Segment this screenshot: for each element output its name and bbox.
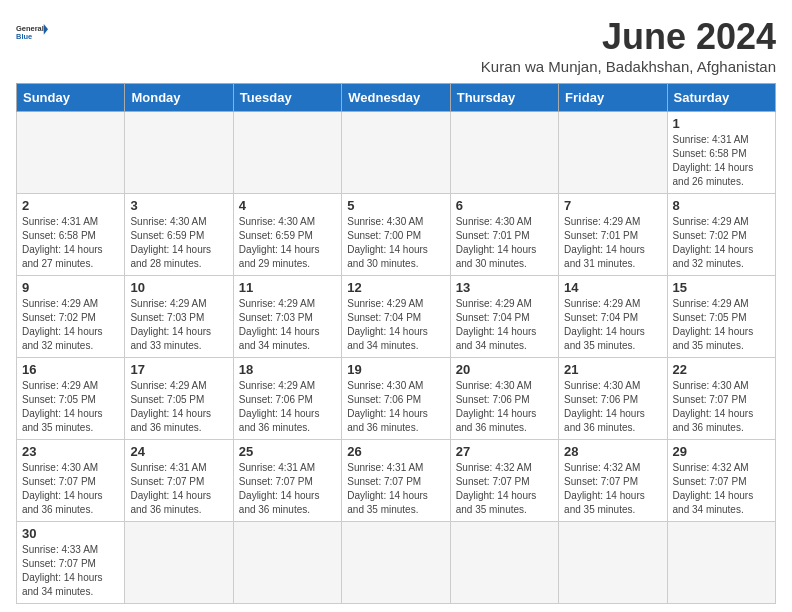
calendar-cell: 21Sunrise: 4:30 AM Sunset: 7:06 PM Dayli… [559, 358, 667, 440]
weekday-header-wednesday: Wednesday [342, 84, 450, 112]
day-number: 19 [347, 362, 444, 377]
calendar-cell: 25Sunrise: 4:31 AM Sunset: 7:07 PM Dayli… [233, 440, 341, 522]
day-number: 23 [22, 444, 119, 459]
day-info: Sunrise: 4:30 AM Sunset: 7:01 PM Dayligh… [456, 215, 553, 271]
day-info: Sunrise: 4:29 AM Sunset: 7:03 PM Dayligh… [239, 297, 336, 353]
calendar-cell: 16Sunrise: 4:29 AM Sunset: 7:05 PM Dayli… [17, 358, 125, 440]
calendar-cell [342, 522, 450, 604]
day-info: Sunrise: 4:32 AM Sunset: 7:07 PM Dayligh… [456, 461, 553, 517]
day-info: Sunrise: 4:29 AM Sunset: 7:02 PM Dayligh… [22, 297, 119, 353]
calendar-cell: 27Sunrise: 4:32 AM Sunset: 7:07 PM Dayli… [450, 440, 558, 522]
day-number: 27 [456, 444, 553, 459]
day-number: 15 [673, 280, 770, 295]
day-number: 21 [564, 362, 661, 377]
day-number: 6 [456, 198, 553, 213]
calendar-cell: 2Sunrise: 4:31 AM Sunset: 6:58 PM Daylig… [17, 194, 125, 276]
week-row-4: 16Sunrise: 4:29 AM Sunset: 7:05 PM Dayli… [17, 358, 776, 440]
day-info: Sunrise: 4:30 AM Sunset: 7:06 PM Dayligh… [456, 379, 553, 435]
day-info: Sunrise: 4:29 AM Sunset: 7:02 PM Dayligh… [673, 215, 770, 271]
calendar-cell: 28Sunrise: 4:32 AM Sunset: 7:07 PM Dayli… [559, 440, 667, 522]
calendar-cell [450, 522, 558, 604]
day-info: Sunrise: 4:30 AM Sunset: 7:07 PM Dayligh… [673, 379, 770, 435]
day-number: 25 [239, 444, 336, 459]
calendar-table: SundayMondayTuesdayWednesdayThursdayFrid… [16, 83, 776, 604]
day-info: Sunrise: 4:30 AM Sunset: 6:59 PM Dayligh… [130, 215, 227, 271]
day-info: Sunrise: 4:32 AM Sunset: 7:07 PM Dayligh… [564, 461, 661, 517]
day-number: 22 [673, 362, 770, 377]
day-info: Sunrise: 4:30 AM Sunset: 7:07 PM Dayligh… [22, 461, 119, 517]
day-number: 5 [347, 198, 444, 213]
weekday-header-saturday: Saturday [667, 84, 775, 112]
calendar-cell: 3Sunrise: 4:30 AM Sunset: 6:59 PM Daylig… [125, 194, 233, 276]
day-info: Sunrise: 4:29 AM Sunset: 7:04 PM Dayligh… [456, 297, 553, 353]
weekday-header-sunday: Sunday [17, 84, 125, 112]
calendar-cell [233, 522, 341, 604]
calendar-cell: 19Sunrise: 4:30 AM Sunset: 7:06 PM Dayli… [342, 358, 450, 440]
day-number: 26 [347, 444, 444, 459]
calendar-cell: 13Sunrise: 4:29 AM Sunset: 7:04 PM Dayli… [450, 276, 558, 358]
day-number: 17 [130, 362, 227, 377]
week-row-5: 23Sunrise: 4:30 AM Sunset: 7:07 PM Dayli… [17, 440, 776, 522]
week-row-1: 1Sunrise: 4:31 AM Sunset: 6:58 PM Daylig… [17, 112, 776, 194]
calendar-cell: 6Sunrise: 4:30 AM Sunset: 7:01 PM Daylig… [450, 194, 558, 276]
day-info: Sunrise: 4:30 AM Sunset: 7:00 PM Dayligh… [347, 215, 444, 271]
week-row-6: 30Sunrise: 4:33 AM Sunset: 7:07 PM Dayli… [17, 522, 776, 604]
calendar-cell: 22Sunrise: 4:30 AM Sunset: 7:07 PM Dayli… [667, 358, 775, 440]
day-number: 28 [564, 444, 661, 459]
day-number: 13 [456, 280, 553, 295]
calendar-cell: 14Sunrise: 4:29 AM Sunset: 7:04 PM Dayli… [559, 276, 667, 358]
day-number: 7 [564, 198, 661, 213]
calendar-cell [233, 112, 341, 194]
day-info: Sunrise: 4:31 AM Sunset: 7:07 PM Dayligh… [239, 461, 336, 517]
calendar-cell: 26Sunrise: 4:31 AM Sunset: 7:07 PM Dayli… [342, 440, 450, 522]
page-header: General Blue June 2024 Kuran wa Munjan, … [16, 16, 776, 75]
calendar-cell: 11Sunrise: 4:29 AM Sunset: 7:03 PM Dayli… [233, 276, 341, 358]
day-number: 29 [673, 444, 770, 459]
calendar-cell: 10Sunrise: 4:29 AM Sunset: 7:03 PM Dayli… [125, 276, 233, 358]
svg-text:General: General [16, 24, 44, 33]
calendar-cell: 7Sunrise: 4:29 AM Sunset: 7:01 PM Daylig… [559, 194, 667, 276]
weekday-header-friday: Friday [559, 84, 667, 112]
day-number: 1 [673, 116, 770, 131]
calendar-cell [450, 112, 558, 194]
day-number: 9 [22, 280, 119, 295]
weekday-header-tuesday: Tuesday [233, 84, 341, 112]
subtitle: Kuran wa Munjan, Badakhshan, Afghanistan [481, 58, 776, 75]
calendar-cell [125, 522, 233, 604]
day-number: 14 [564, 280, 661, 295]
calendar-cell [559, 112, 667, 194]
calendar-cell: 18Sunrise: 4:29 AM Sunset: 7:06 PM Dayli… [233, 358, 341, 440]
day-number: 2 [22, 198, 119, 213]
day-info: Sunrise: 4:29 AM Sunset: 7:05 PM Dayligh… [130, 379, 227, 435]
calendar-cell: 24Sunrise: 4:31 AM Sunset: 7:07 PM Dayli… [125, 440, 233, 522]
day-info: Sunrise: 4:31 AM Sunset: 6:58 PM Dayligh… [673, 133, 770, 189]
day-info: Sunrise: 4:31 AM Sunset: 7:07 PM Dayligh… [347, 461, 444, 517]
calendar-cell: 29Sunrise: 4:32 AM Sunset: 7:07 PM Dayli… [667, 440, 775, 522]
calendar-cell: 1Sunrise: 4:31 AM Sunset: 6:58 PM Daylig… [667, 112, 775, 194]
day-number: 11 [239, 280, 336, 295]
weekday-header-monday: Monday [125, 84, 233, 112]
calendar-cell: 15Sunrise: 4:29 AM Sunset: 7:05 PM Dayli… [667, 276, 775, 358]
day-number: 20 [456, 362, 553, 377]
calendar-cell [125, 112, 233, 194]
calendar-cell: 23Sunrise: 4:30 AM Sunset: 7:07 PM Dayli… [17, 440, 125, 522]
calendar-cell [559, 522, 667, 604]
svg-marker-2 [44, 24, 48, 35]
calendar-cell: 4Sunrise: 4:30 AM Sunset: 6:59 PM Daylig… [233, 194, 341, 276]
day-number: 24 [130, 444, 227, 459]
day-info: Sunrise: 4:30 AM Sunset: 6:59 PM Dayligh… [239, 215, 336, 271]
day-info: Sunrise: 4:31 AM Sunset: 7:07 PM Dayligh… [130, 461, 227, 517]
title-section: June 2024 Kuran wa Munjan, Badakhshan, A… [481, 16, 776, 75]
weekday-header-thursday: Thursday [450, 84, 558, 112]
calendar-cell: 17Sunrise: 4:29 AM Sunset: 7:05 PM Dayli… [125, 358, 233, 440]
day-number: 3 [130, 198, 227, 213]
day-info: Sunrise: 4:32 AM Sunset: 7:07 PM Dayligh… [673, 461, 770, 517]
day-number: 30 [22, 526, 119, 541]
calendar-cell: 9Sunrise: 4:29 AM Sunset: 7:02 PM Daylig… [17, 276, 125, 358]
day-info: Sunrise: 4:30 AM Sunset: 7:06 PM Dayligh… [347, 379, 444, 435]
day-info: Sunrise: 4:29 AM Sunset: 7:04 PM Dayligh… [347, 297, 444, 353]
day-info: Sunrise: 4:30 AM Sunset: 7:06 PM Dayligh… [564, 379, 661, 435]
month-title: June 2024 [481, 16, 776, 58]
calendar-cell [342, 112, 450, 194]
calendar-cell: 5Sunrise: 4:30 AM Sunset: 7:00 PM Daylig… [342, 194, 450, 276]
